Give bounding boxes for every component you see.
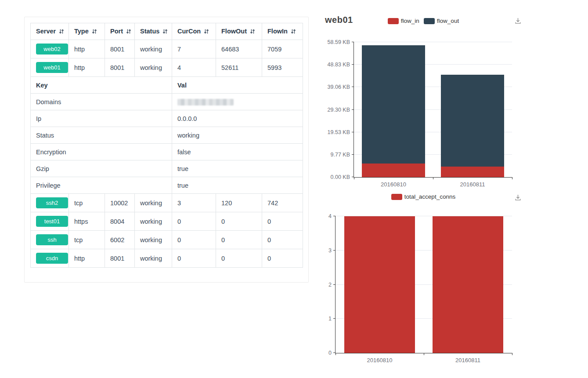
cell-flowout: 52611 — [216, 58, 262, 77]
redacted-tile — [188, 99, 191, 105]
download-icon[interactable] — [514, 17, 522, 25]
server-badge[interactable]: ssh — [36, 234, 68, 245]
y-axis-tick — [333, 250, 335, 251]
table-row: web01http8001working4526115993 — [31, 58, 303, 77]
column-header-port[interactable]: Port — [105, 23, 135, 40]
bar-flow_in-20160811 — [441, 167, 504, 177]
key-val-row: Encryptionfalse — [31, 144, 303, 160]
sort-arrows-icon — [162, 29, 168, 36]
column-header-label: CurCon — [177, 28, 201, 35]
cell-type: http — [69, 40, 105, 58]
column-header-flowout[interactable]: FlowOut — [216, 23, 262, 40]
conns-chart-legend: total_accept_conns — [325, 193, 522, 200]
redacted-tile — [213, 99, 216, 105]
cell-flowin: 0 — [262, 212, 303, 231]
sort-arrows-icon — [250, 29, 255, 36]
cell-server: csdn — [31, 249, 69, 268]
cell-curcon: 7 — [172, 40, 216, 58]
cell-port: 6002 — [105, 231, 135, 249]
server-badge[interactable]: ssh2 — [36, 197, 68, 208]
cell-curcon: 0 — [172, 249, 216, 268]
column-header-label: Status — [140, 28, 159, 35]
kv-key: Privilege — [31, 177, 172, 194]
y-axis-tick-label: 4 — [328, 213, 332, 219]
y-axis-tick-label: 39.06 KB — [328, 84, 350, 90]
legend-label: total_accept_conns — [404, 193, 455, 200]
key-val-row: Privilegetrue — [31, 177, 303, 194]
redacted-tile — [220, 99, 223, 105]
x-axis-tick — [433, 177, 433, 179]
redacted-tile — [209, 99, 213, 105]
server-rows-top: web02http8001working7646837059web01http8… — [31, 40, 303, 77]
column-header-curcon[interactable]: CurCon — [172, 23, 216, 40]
column-header-label: FlowOut — [221, 28, 247, 35]
table-row: csdnhttp8001working000 — [31, 249, 303, 268]
redacted-tile — [206, 99, 209, 105]
column-header-label: Port — [110, 28, 123, 35]
key-val-row: Statusworking — [31, 127, 303, 144]
download-icon[interactable] — [514, 194, 522, 201]
cell-port: 8004 — [105, 212, 135, 231]
server-badge[interactable]: test01 — [36, 216, 68, 227]
x-axis-tick — [512, 353, 512, 355]
y-axis-tick-label: 9.77 KB — [331, 152, 350, 158]
header-row: ServerTypePortStatusCurConFlowOutFlowIn — [31, 23, 303, 40]
column-header-server[interactable]: Server — [31, 23, 69, 40]
server-badge[interactable]: csdn — [36, 253, 68, 264]
redacted-tile — [191, 99, 195, 105]
x-axis-tick — [354, 177, 354, 179]
flow-chart-plot: 0.00 KB9.77 KB19.53 KB29.30 KB39.06 KB48… — [354, 42, 512, 178]
redacted-tile — [184, 99, 188, 105]
cell-port: 10002 — [105, 194, 135, 212]
key-header: Key — [31, 77, 172, 94]
cell-server: ssh — [31, 231, 69, 249]
cell-server: test01 — [31, 212, 69, 231]
server-rows-bottom: ssh2tcp10002working3120742test01https800… — [31, 194, 303, 268]
x-axis-tick-label: 20160810 — [381, 181, 406, 188]
key-val-section: KeyValDomainsIp0.0.0.0StatusworkingEncry… — [31, 77, 303, 194]
y-axis-tick — [352, 42, 354, 42]
redacted-tile — [181, 99, 184, 105]
bar-flow_out-20160811 — [441, 75, 504, 167]
legend-item-flow_out[interactable]: flow_out — [424, 18, 459, 24]
legend-item-total_accept_conns[interactable]: total_accept_conns — [391, 193, 455, 200]
y-axis-tick — [352, 87, 354, 87]
column-header-status[interactable]: Status — [135, 23, 172, 40]
server-badge[interactable]: web02 — [36, 44, 68, 55]
column-header-flowin[interactable]: FlowIn — [262, 23, 303, 40]
bar-flow_in-20160810 — [362, 164, 425, 177]
kv-val: true — [172, 160, 303, 177]
kv-val: false — [172, 144, 303, 160]
legend-item-flow_in[interactable]: flow_in — [388, 18, 419, 24]
cell-server: web01 — [31, 58, 69, 77]
server-table-header: ServerTypePortStatusCurConFlowOutFlowIn — [31, 23, 303, 40]
sort-arrows-icon — [59, 29, 64, 36]
redacted-tile — [227, 99, 230, 105]
legend-label: flow_out — [437, 18, 459, 24]
x-axis-tick — [335, 353, 336, 355]
server-table-card: ServerTypePortStatusCurConFlowOutFlowIn … — [24, 17, 309, 283]
y-axis-tick — [352, 109, 354, 110]
kv-key: Gzip — [31, 160, 172, 177]
y-axis-tick — [352, 132, 354, 132]
cell-status: working — [135, 40, 172, 58]
sort-arrows-icon — [291, 29, 296, 36]
y-axis-tick — [352, 154, 354, 155]
cell-curcon: 0 — [172, 231, 216, 249]
y-axis-tick-label: 29.30 KB — [328, 107, 350, 113]
redacted-tile — [223, 99, 227, 105]
column-header-type[interactable]: Type — [69, 23, 105, 40]
kv-val — [172, 94, 303, 110]
cell-status: working — [135, 249, 172, 268]
column-header-label: Server — [36, 28, 56, 35]
legend-label: flow_in — [401, 18, 419, 24]
y-axis-tick-label: 19.53 KB — [328, 129, 350, 135]
x-axis-tick-label: 20160811 — [455, 357, 480, 363]
redacted-tile — [198, 99, 202, 105]
server-badge[interactable]: web01 — [36, 62, 68, 73]
redacted-tile — [195, 99, 198, 105]
cell-type: http — [69, 58, 105, 77]
kv-val: true — [172, 177, 303, 194]
kv-val: 0.0.0.0 — [172, 110, 303, 127]
cell-flowout: 64683 — [216, 40, 262, 58]
